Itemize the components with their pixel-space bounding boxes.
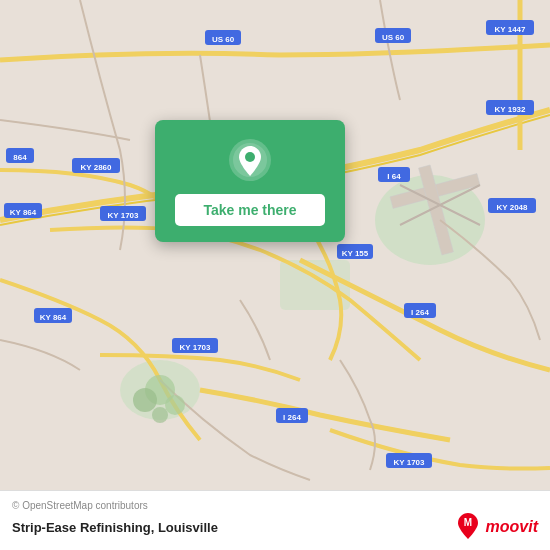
svg-text:KY 2048: KY 2048 (497, 203, 529, 212)
moovit-logo: M moovit (454, 513, 538, 541)
svg-point-43 (152, 407, 168, 423)
svg-text:I 64: I 64 (387, 172, 401, 181)
take-me-there-button[interactable]: Take me there (175, 194, 325, 226)
svg-text:I 264: I 264 (283, 413, 301, 422)
svg-text:US 60: US 60 (212, 35, 235, 44)
svg-point-42 (165, 395, 185, 415)
map-container: I 64 US 60 US 60 KY 1447 KY 1932 864 KY … (0, 0, 550, 490)
map-svg: I 64 US 60 US 60 KY 1447 KY 1932 864 KY … (0, 0, 550, 490)
svg-text:KY 864: KY 864 (40, 313, 67, 322)
svg-text:KY 155: KY 155 (342, 249, 369, 258)
bottom-bar: © OpenStreetMap contributors Strip-Ease … (0, 490, 550, 550)
svg-point-46 (245, 152, 255, 162)
location-card: Take me there (155, 120, 345, 242)
svg-text:I 264: I 264 (411, 308, 429, 317)
svg-point-41 (133, 388, 157, 412)
svg-text:KY 864: KY 864 (10, 208, 37, 217)
location-name: Strip-Ease Refinishing, Louisville (12, 520, 218, 535)
svg-text:KY 1932: KY 1932 (495, 105, 527, 114)
osm-attribution: © OpenStreetMap contributors (12, 500, 538, 511)
svg-text:KY 2860: KY 2860 (81, 163, 113, 172)
svg-text:US 60: US 60 (382, 33, 405, 42)
moovit-logo-icon: M (454, 513, 482, 541)
svg-text:KY 1703: KY 1703 (394, 458, 426, 467)
moovit-text: moovit (486, 518, 538, 536)
svg-text:KY 1447: KY 1447 (495, 25, 527, 34)
location-pin-icon (228, 138, 272, 182)
svg-text:864: 864 (13, 153, 27, 162)
svg-text:M: M (463, 517, 471, 528)
svg-text:KY 1703: KY 1703 (108, 211, 140, 220)
svg-text:KY 1703: KY 1703 (180, 343, 212, 352)
